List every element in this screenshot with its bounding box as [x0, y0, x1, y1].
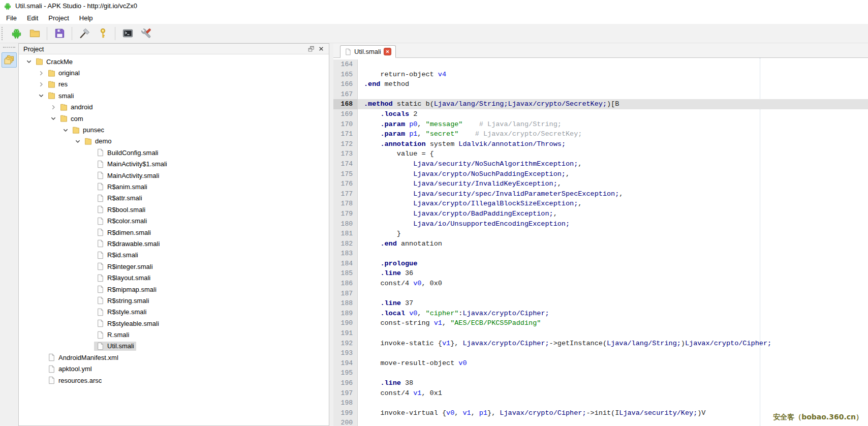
chevron-down-icon[interactable]: [74, 137, 82, 145]
float-panel-button[interactable]: [306, 45, 316, 53]
android-button[interactable]: [7, 25, 25, 42]
code-line[interactable]: 164: [333, 59, 868, 70]
code-line[interactable]: 177 Ljava/security/spec/InvalidParameter…: [333, 189, 868, 199]
tree-item-label: R$dimen.smali: [107, 229, 151, 236]
tab-util-smali[interactable]: Util.smali: [340, 45, 396, 58]
code-line-text: const-string v1, "AES/ECB/PKCS5Padding": [358, 318, 541, 328]
close-panel-button[interactable]: [316, 45, 326, 53]
code-line[interactable]: 173 value = {: [333, 149, 868, 159]
code-line[interactable]: 174 Ljava/security/NoSuchAlgorithmExcept…: [333, 159, 868, 169]
code-line[interactable]: 183: [333, 249, 868, 259]
chevron-down-icon[interactable]: [61, 126, 70, 134]
code-line[interactable]: 180 Ljava/io/UnsupportedEncodingExceptio…: [333, 219, 868, 229]
code-line[interactable]: 186 const/4 v0, 0x0: [333, 279, 868, 289]
tree-item-r-integer-smali[interactable]: R$integer.smali: [19, 261, 329, 272]
project-folders-button[interactable]: [2, 52, 17, 68]
close-tab-icon[interactable]: [384, 48, 391, 55]
tree-item-r-style-smali[interactable]: R$style.smali: [19, 307, 329, 318]
tree-item-r-anim-smali[interactable]: R$anim.smali: [19, 181, 329, 192]
code-line-text: }: [358, 229, 401, 239]
tree-item-r-styleable-smali[interactable]: R$styleable.smali: [19, 318, 329, 329]
code-line[interactable]: 187: [333, 289, 868, 299]
code-line[interactable]: 165 return-object v4: [333, 70, 868, 80]
tree-item-androidmanifest-xml[interactable]: AndroidManifest.xml: [19, 352, 329, 363]
project-panel-title: Project: [21, 45, 306, 53]
code-line[interactable]: 167: [333, 89, 868, 100]
tree-item-r-mipmap-smali[interactable]: R$mipmap.smali: [19, 284, 329, 295]
dock-drag-handle[interactable]: [3, 47, 15, 50]
tree-item-demo[interactable]: demo: [19, 136, 329, 147]
tree-item-res[interactable]: res: [19, 79, 329, 90]
code-line[interactable]: 195: [333, 368, 868, 378]
code-line[interactable]: 189 .local v0, "cipher":Ljavax/crypto/Ci…: [333, 309, 868, 319]
code-line[interactable]: 168.method static b(Ljava/lang/String;Lj…: [333, 99, 868, 109]
tree-item-r-bool-smali[interactable]: R$bool.smali: [19, 204, 329, 215]
tree-item-crackme[interactable]: CrackMe: [19, 56, 329, 67]
code-line[interactable]: 178 Ljavax/crypto/IllegalBlockSizeExcept…: [333, 199, 868, 209]
tree-item-punsec[interactable]: punsec: [19, 124, 329, 135]
tree-item-r-attr-smali[interactable]: R$attr.smali: [19, 193, 329, 204]
code-line[interactable]: 193: [333, 348, 868, 358]
code-line[interactable]: 176 Ljava/security/InvalidKeyException;,: [333, 179, 868, 189]
tree-item-body: resources.arsc: [45, 376, 104, 385]
tree-item-r-color-smali[interactable]: R$color.smali: [19, 215, 329, 226]
chevron-right-icon[interactable]: [37, 69, 45, 77]
tree-item-r-id-smali[interactable]: R$id.smali: [19, 250, 329, 261]
tree-item-buildconfig-smali[interactable]: BuildConfig.smali: [19, 147, 329, 158]
open-folder-button[interactable]: [25, 25, 44, 42]
menu-help[interactable]: Help: [74, 13, 98, 23]
tree-item-original[interactable]: original: [19, 67, 329, 78]
code-line[interactable]: 182 .end annotation: [333, 239, 868, 249]
tree-item-r-layout-smali[interactable]: R$layout.smali: [19, 272, 329, 283]
tree-item-r-dimen-smali[interactable]: R$dimen.smali: [19, 227, 329, 238]
code-line[interactable]: 191: [333, 328, 868, 339]
code-line[interactable]: 198: [333, 398, 868, 408]
key-button[interactable]: [94, 25, 112, 42]
code-line[interactable]: 190 const-string v1, "AES/ECB/PKCS5Paddi…: [333, 318, 868, 328]
chevron-down-icon[interactable]: [37, 92, 45, 100]
save-button[interactable]: [50, 25, 69, 42]
chevron-down-icon[interactable]: [49, 114, 57, 123]
tools-button[interactable]: [137, 25, 155, 42]
panel-splitter[interactable]: [329, 43, 333, 426]
chevron-down-icon[interactable]: [25, 57, 33, 66]
code-line[interactable]: 175 Ljavax/crypto/NoSuchPaddingException…: [333, 169, 868, 179]
code-line[interactable]: 192 invoke-static {v1}, Ljavax/crypto/Ci…: [333, 339, 868, 349]
code-line-text: .param p1, "secret" # Ljavax/crypto/Secr…: [358, 129, 582, 139]
code-line[interactable]: 181 }: [333, 229, 868, 239]
code-line[interactable]: 166.end method: [333, 79, 868, 89]
code-line[interactable]: 172 .annotation system Ldalvik/annotatio…: [333, 139, 868, 149]
line-number: 182: [333, 239, 358, 249]
code-line[interactable]: 188 .line 37: [333, 298, 868, 309]
tree-item-resources-arsc[interactable]: resources.arsc: [19, 375, 329, 386]
menu-edit[interactable]: Edit: [22, 13, 43, 23]
tree-item-util-smali[interactable]: Util.smali: [19, 341, 329, 352]
build-hammer-button[interactable]: [75, 25, 94, 42]
tree-item-android[interactable]: android: [19, 102, 329, 113]
tree-item-r-drawable-smali[interactable]: R$drawable.smali: [19, 238, 329, 249]
tree-item-r-smali[interactable]: R.smali: [19, 329, 329, 340]
tree-item-smali[interactable]: smali: [19, 90, 329, 101]
terminal-button[interactable]: [118, 25, 137, 42]
tree-item-apktool-yml[interactable]: apktool.yml: [19, 363, 329, 375]
code-line[interactable]: 197 const/4 v1, 0x1: [333, 388, 868, 399]
menu-project[interactable]: Project: [43, 13, 74, 23]
code-line[interactable]: 170 .param p0, "message" # Ljava/lang/St…: [333, 119, 868, 130]
code-line[interactable]: 196 .line 38: [333, 378, 868, 388]
code-line[interactable]: 194 move-result-object v0: [333, 358, 868, 369]
tree-item-label: R$style.smali: [107, 308, 146, 316]
code-line[interactable]: 171 .param p1, "secret" # Ljavax/crypto/…: [333, 129, 868, 139]
code-line[interactable]: 185 .line 36: [333, 268, 868, 279]
tree-item-mainactivity-1-smali[interactable]: MainActivity$1.smali: [19, 159, 329, 170]
code-line[interactable]: 179 Ljavax/crypto/BadPaddingException;,: [333, 209, 868, 219]
tree-item-mainactivity-smali[interactable]: MainActivity.smali: [19, 170, 329, 181]
chevron-right-icon[interactable]: [37, 80, 45, 88]
menu-file[interactable]: File: [1, 13, 22, 23]
tree-item-com[interactable]: com: [19, 113, 329, 124]
left-dock-strip: [0, 43, 18, 426]
toolbar-drag-handle[interactable]: [2, 27, 5, 40]
chevron-right-icon[interactable]: [49, 103, 57, 111]
code-line[interactable]: 169 .locals 2: [333, 109, 868, 119]
code-line[interactable]: 184 .prologue: [333, 259, 868, 269]
tree-item-r-string-smali[interactable]: R$string.smali: [19, 295, 329, 306]
